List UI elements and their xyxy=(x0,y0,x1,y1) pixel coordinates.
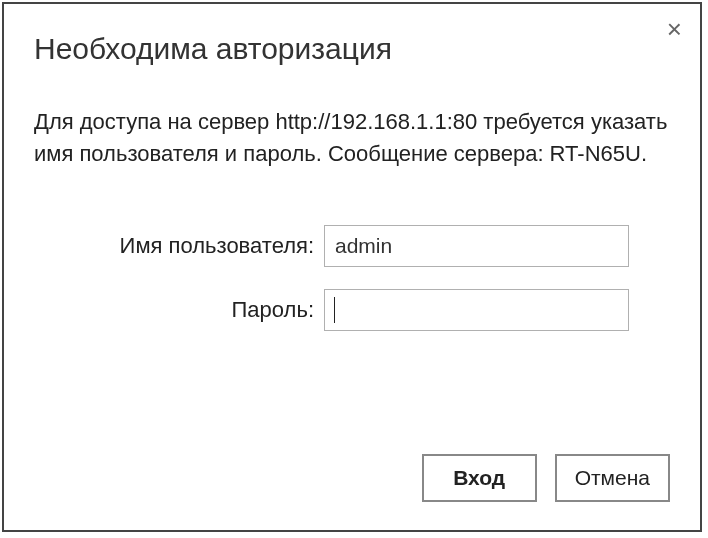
dialog-message: Для доступа на сервер http://192.168.1.1… xyxy=(34,106,670,170)
text-cursor xyxy=(334,297,335,323)
username-row: Имя пользователя: xyxy=(34,225,670,267)
password-row: Пароль: xyxy=(34,289,670,331)
password-label: Пароль: xyxy=(94,297,324,323)
username-label: Имя пользователя: xyxy=(94,233,324,259)
button-row: Вход Отмена xyxy=(422,454,670,502)
auth-dialog: × Необходима авторизация Для доступа на … xyxy=(2,2,702,532)
password-input[interactable] xyxy=(324,289,629,331)
username-input[interactable] xyxy=(324,225,629,267)
close-icon[interactable]: × xyxy=(667,16,682,42)
cancel-button[interactable]: Отмена xyxy=(555,454,670,502)
login-button[interactable]: Вход xyxy=(422,454,537,502)
dialog-title: Необходима авторизация xyxy=(34,32,670,66)
